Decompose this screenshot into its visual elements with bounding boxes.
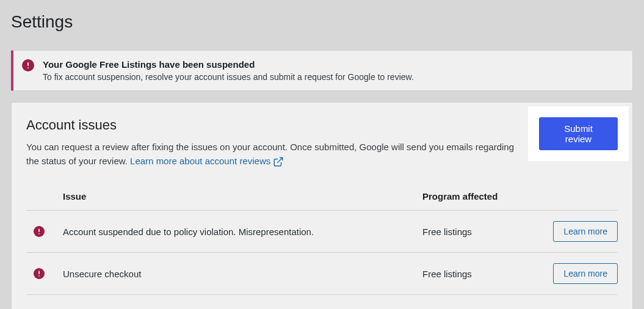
learn-more-button[interactable]: Learn more (553, 263, 618, 284)
page-title: Settings (0, 0, 644, 32)
program-text: Free listings (422, 253, 532, 295)
svg-rect-9 (38, 275, 40, 277)
error-icon (34, 268, 63, 279)
svg-rect-2 (27, 67, 29, 68)
alert-title: Your Google Free Listings have been susp… (43, 59, 414, 70)
svg-rect-6 (38, 233, 40, 234)
error-icon (34, 226, 63, 237)
table-row: Account suspended due to policy violatio… (26, 211, 618, 253)
learn-more-button[interactable]: Learn more (553, 221, 618, 242)
error-icon (22, 59, 34, 71)
external-link-icon (273, 156, 283, 166)
issues-table: Issue Program affected Account suspended… (26, 183, 618, 295)
suspension-alert: Your Google Free Listings have been susp… (11, 50, 633, 91)
svg-rect-5 (38, 229, 40, 232)
program-text: Free listings (422, 211, 532, 253)
panel-title: Account issues (26, 117, 522, 133)
table-row: Unsecure checkout Free listings Learn mo… (26, 253, 618, 295)
svg-rect-1 (27, 62, 29, 66)
column-header-issue: Issue (63, 183, 422, 211)
issue-text: Unsecure checkout (63, 253, 422, 295)
svg-line-3 (278, 158, 283, 162)
submit-review-button[interactable]: Submit review (539, 117, 618, 150)
column-header-program: Program affected (422, 183, 532, 211)
alert-description: To fix account suspension, resolve your … (43, 72, 414, 82)
panel-description: You can request a review after fixing th… (26, 140, 522, 168)
issue-text: Account suspended due to policy violatio… (63, 211, 422, 253)
svg-rect-8 (38, 271, 40, 274)
learn-more-link[interactable]: Learn more about account reviews (130, 154, 283, 169)
account-issues-panel: Account issues You can request a review … (11, 102, 633, 309)
